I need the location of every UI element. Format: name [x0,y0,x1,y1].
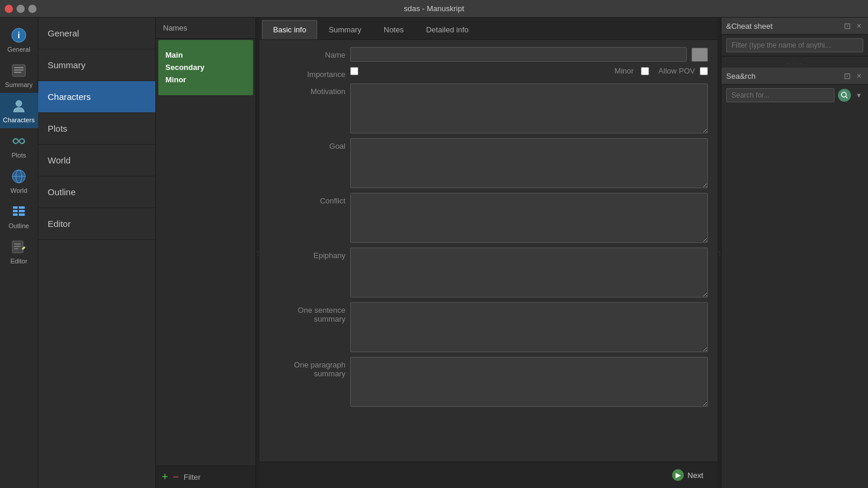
world-icon [11,168,27,185]
name-input[interactable] [350,47,687,62]
sidebar-label-world: World [11,187,28,194]
search-dropdown-button[interactable]: ▼ [854,92,863,99]
motivation-label: Motivation [269,83,345,96]
one-paragraph-textarea[interactable] [350,357,708,407]
motivation-textarea[interactable] [350,83,708,133]
titlebar-buttons [5,5,36,13]
goal-row: Goal [269,138,708,188]
cheat-sheet-toggle-button[interactable]: ⊡ [842,21,853,31]
plots-icon [11,133,27,149]
search-go-button[interactable] [838,89,851,102]
tab-summary[interactable]: Summary [317,20,373,39]
one-paragraph-row: One paragraphsummary [269,357,708,407]
svg-rect-4 [14,69,24,71]
close-button[interactable] [5,5,13,13]
general-icon: i [11,27,27,44]
sidebar-item-editor[interactable]: Editor [0,234,38,269]
names-list: MainSecondaryMinor [156,39,255,466]
cheat-sheet-filter-input[interactable] [726,38,863,52]
sidebar-item-plots[interactable]: Plots [0,128,38,163]
conflict-textarea[interactable] [350,193,708,243]
svg-text:i: i [18,31,20,40]
name-group-main-secondary-minor[interactable]: MainSecondaryMinor [158,40,253,95]
search-input-row: ▼ [721,85,868,106]
importance-row: Importance Minor Allow POV [269,66,708,79]
outline-icon [11,203,27,220]
svg-rect-12 [13,213,18,216]
form-area: Name Importance Minor Allow POV [260,40,717,462]
sidebar-label-characters: Characters [3,116,35,123]
nav-summary[interactable]: Summary [38,49,155,81]
name-input-container [350,47,708,62]
minimize-button[interactable] [16,5,25,13]
tab-detailed-info[interactable]: Detailed info [415,20,480,39]
search-close-button[interactable]: × [855,71,863,81]
sidebar-item-characters[interactable]: Characters [0,93,38,128]
svg-rect-5 [14,72,21,73]
sidebar-item-general[interactable]: i General [0,22,38,58]
nav-plots[interactable]: Plots [38,113,155,145]
svg-point-6 [16,101,22,106]
one-sentence-label: One sentencesummary [269,302,345,323]
cheat-sheet-controls: ⊡ × [842,21,863,31]
nav-outline[interactable]: Outline [38,176,155,208]
sidebar-item-summary[interactable]: Summary [0,58,38,93]
tab-notes[interactable]: Notes [373,20,415,39]
nav-world[interactable]: World [38,145,155,176]
goal-textarea[interactable] [350,138,708,188]
epiphany-row: Epiphany [269,248,708,298]
next-button[interactable]: ▶ Next [667,467,708,483]
sidebar-label-editor: Editor [11,258,28,265]
sidebar-label-summary: Summary [5,81,32,88]
importance-checkbox[interactable] [350,67,358,75]
divider-dots: ...... [721,56,868,68]
one-sentence-row: One sentencesummary [269,302,708,352]
allow-pov-label: Allow POV [659,66,695,75]
sidebar-item-outline[interactable]: Outline [0,199,38,234]
window-title: sdas - Manuskript [404,4,464,13]
tab-basic-info[interactable]: Basic info [262,20,317,39]
nav-characters[interactable]: Characters [38,81,155,113]
svg-rect-13 [19,206,25,209]
motivation-row: Motivation [269,83,708,133]
nav-panel: General Summary Characters Plots World O… [38,18,156,488]
epiphany-label: Epiphany [269,248,345,260]
add-character-button[interactable]: + [162,471,168,483]
search-title: Sea&rch [726,72,756,81]
epiphany-textarea[interactable] [350,248,708,298]
minor-label: Minor [614,66,634,75]
cheat-sheet-close-button[interactable]: × [855,21,863,31]
nav-general[interactable]: General [38,18,155,49]
search-panel: Sea&rch ⊡ × [721,68,868,85]
search-controls: ⊡ × [842,71,863,81]
one-sentence-textarea[interactable] [350,302,708,352]
name-row: Name [269,47,708,62]
allow-pov-checkbox[interactable] [700,67,708,75]
cheat-sheet-title: &Cheat sheet [726,22,773,31]
sidebar-label-outline: Outline [9,222,29,229]
names-panel: Names MainSecondaryMinor + − Filter [156,18,256,488]
maximize-button[interactable] [28,5,36,13]
sidebar-item-world[interactable]: World [0,163,38,199]
minor-checkbox[interactable] [641,67,649,75]
svg-point-20 [842,92,846,97]
nav-editor[interactable]: Editor [38,208,155,240]
sidebar-label-plots: Plots [12,152,26,159]
goal-label: Goal [269,138,345,151]
color-swatch[interactable] [691,48,708,62]
svg-rect-3 [14,67,24,68]
main-layout: i General Summary [0,18,868,488]
content-area: Basic info Summary Notes Detailed info N… [260,18,717,488]
remove-character-button[interactable]: − [173,471,179,483]
cheat-sheet-panel: &Cheat sheet ⊡ × [721,18,868,35]
conflict-label: Conflict [269,193,345,205]
search-input[interactable] [726,88,834,102]
svg-rect-10 [13,206,18,209]
name-label: Name [269,47,345,59]
editor-icon [11,239,27,255]
sidebar-icons: i General Summary [0,18,38,488]
tabs-bar: Basic info Summary Notes Detailed info [260,18,717,40]
names-header: Names [156,18,255,39]
search-toggle-button[interactable]: ⊡ [842,71,853,81]
characters-icon [11,98,27,114]
